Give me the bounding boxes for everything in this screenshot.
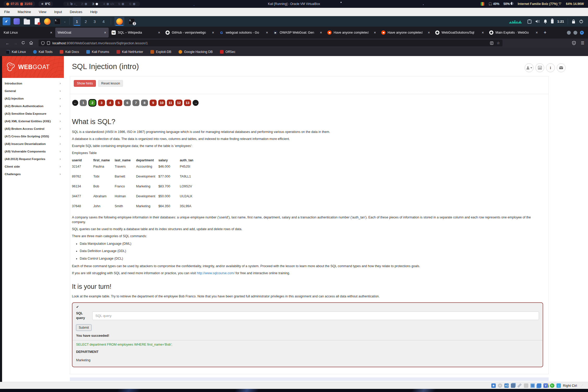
host-workspace[interactable]: 4:</>: [103, 2, 114, 5]
vbox-session-icon[interactable]: [537, 383, 541, 388]
tab-close-icon[interactable]: ✕: [104, 31, 106, 34]
sidebar-category[interactable]: (A8) Insecure Deserialization ›: [2, 140, 64, 148]
tab-close-icon[interactable]: ✕: [320, 31, 322, 34]
vbox-audio-icon[interactable]: ◄)): [504, 383, 509, 388]
bookmark-item[interactable]: Kali NetHunter: [117, 50, 143, 54]
host-workspace[interactable]: 3:: [92, 2, 99, 5]
terminal-launcher[interactable]: $_: [53, 17, 61, 25]
vbox-sharedfolder-icon[interactable]: [524, 383, 528, 388]
submit-button[interactable]: Submit: [76, 324, 91, 331]
bookmark-item[interactable]: Exploit-DB: [150, 50, 171, 54]
url-bar[interactable]: localhost:8080/WebGoat/start.mvc#lesson/…: [39, 40, 503, 46]
tab-close-icon[interactable]: ✕: [482, 31, 484, 34]
sidebar-category[interactable]: (A9) Vulnerable Components ›: [2, 148, 64, 155]
kali-workspace-button[interactable]: 1: [73, 17, 81, 26]
sidebar-category[interactable]: (A8:2013) Request Forgeries ›: [2, 155, 64, 163]
brightness-indicator[interactable]: 50%: [504, 2, 513, 6]
scoreboard-button[interactable]: [535, 63, 544, 72]
tab-close-icon[interactable]: ✕: [212, 31, 214, 34]
browser-tab[interactable]: Main Exploits · WebGo ✕: [487, 28, 540, 38]
sql-query-input[interactable]: [92, 311, 539, 320]
url-text[interactable]: localhost:8080/WebGoat/start.mvc#lesson/…: [52, 41, 148, 45]
host-workspace[interactable]: 5:: [118, 2, 125, 5]
cpu-graph-widget[interactable]: [509, 19, 524, 23]
page-number-button[interactable]: 7: [132, 100, 139, 106]
page-number-button[interactable]: 10: [158, 100, 165, 106]
host-workspace[interactable]: 2:: [81, 2, 88, 5]
sqlcourse-link[interactable]: http://www.sqlcourse.com/: [197, 271, 235, 275]
sidebar-category[interactable]: (A1) Injection ›: [2, 95, 64, 102]
page-number-button[interactable]: 4: [107, 100, 114, 106]
vbox-display-icon[interactable]: [530, 383, 535, 388]
battery-icon[interactable]: [551, 19, 554, 23]
tab-close-icon[interactable]: ✕: [158, 31, 160, 34]
battery-indicator[interactable]: 64% 14.96W: [566, 2, 584, 6]
bookmark-item[interactable]: Kali Forums: [86, 50, 109, 54]
page-info-icon[interactable]: [47, 41, 50, 45]
sidebar-category[interactable]: General ›: [2, 87, 64, 95]
reader-mode-icon[interactable]: [490, 41, 493, 45]
browser-tab[interactable]: WebGoatSolutions/Sql ✕: [433, 28, 486, 38]
resize-grip[interactable]: ⋰: [581, 384, 584, 387]
page-number-button[interactable]: 1: [80, 100, 87, 106]
bookmark-item[interactable]: Google Hacking DB: [179, 50, 213, 54]
kali-menu-button[interactable]: [3, 17, 10, 25]
pager-next-button[interactable]: →: [193, 100, 199, 106]
weather-widget[interactable]: ❄ 8°C: [39, 1, 53, 7]
account-shield-icon[interactable]: [572, 41, 576, 45]
clock-date-widget[interactable]: 07:21 31/03: [4, 1, 35, 7]
browser-tab[interactable]: WebGoat ✕: [55, 28, 109, 38]
bookmark-item[interactable]: OffSec: [220, 50, 235, 54]
page-number-button[interactable]: 2: [88, 99, 96, 107]
sidebar-category[interactable]: (A3) Sensitive Data Exposure ›: [2, 110, 64, 117]
sidebar-category[interactable]: Introduction ›: [2, 79, 64, 87]
host-workspace[interactable]: 1:>_: [67, 2, 77, 5]
vbox-menu-item[interactable]: Help: [90, 10, 97, 14]
browser-tab[interactable]: Have anyone completed ✕: [325, 28, 378, 38]
back-button[interactable]: ←: [4, 41, 11, 45]
vbox-menu-item[interactable]: Devices: [70, 10, 82, 14]
browser-tab[interactable]: OWASP WebGoat: Gen ✕: [271, 28, 324, 38]
kali-clock[interactable]: 1:21: [557, 20, 564, 23]
tracking-shield-icon[interactable]: [41, 41, 45, 45]
vbox-menu-item[interactable]: File: [4, 10, 10, 14]
kali-workspace-button[interactable]: 3: [91, 17, 99, 26]
notifications-bell-icon[interactable]: [543, 19, 547, 24]
page-number-button[interactable]: 3: [98, 100, 105, 106]
vbox-harddisk-icon[interactable]: [491, 383, 496, 388]
user-menu-button[interactable]: [525, 63, 534, 72]
browser-tab[interactable]: GitHub - vernjan/webgo ✕: [163, 28, 217, 38]
page-number-button[interactable]: 12: [175, 100, 182, 106]
page-number-button[interactable]: 13: [184, 100, 191, 106]
vbox-cdrom-icon[interactable]: [498, 383, 502, 388]
tab-close-icon[interactable]: ✕: [50, 31, 52, 34]
sidebar-category[interactable]: Challenges ›: [2, 170, 64, 178]
reload-button[interactable]: [19, 41, 27, 45]
launcher-dropdown-caret[interactable]: ⌄: [64, 20, 66, 23]
vbox-mouse-capture-icon[interactable]: ↓: [556, 383, 561, 388]
taskbar-terminal-window[interactable]: $_2: [127, 17, 137, 26]
page-number-button[interactable]: 5: [115, 100, 122, 106]
webgoat-logo-header[interactable]: WEBGOAT: [2, 56, 64, 78]
taskbar-firefox-window[interactable]: [114, 17, 124, 26]
new-tab-button[interactable]: +: [541, 30, 550, 35]
sidebar-category[interactable]: Client side ›: [2, 163, 64, 170]
browser-tab[interactable]: Kali Linux ✕: [1, 28, 55, 38]
vbox-menu-item[interactable]: View: [39, 10, 46, 14]
home-button[interactable]: [27, 41, 35, 45]
tab-close-icon[interactable]: ✕: [428, 31, 430, 34]
firefox-launcher[interactable]: [43, 17, 51, 25]
show-hints-button[interactable]: Show hints: [74, 80, 96, 87]
window-minimize-button[interactable]: [567, 31, 571, 35]
text-editor-launcher[interactable]: [33, 17, 41, 25]
audio-muted-icon[interactable]: [535, 19, 540, 23]
host-workspace-switcher[interactable]: 1:>_ 2: 3: 4:</> 5: 6:: [63, 2, 140, 6]
sidebar-category[interactable]: (A5) Broken Access Control ›: [2, 125, 64, 132]
kali-workspace-button[interactable]: 2: [82, 17, 90, 26]
vbox-recording-icon[interactable]: ↻: [550, 383, 554, 388]
info-button[interactable]: i: [546, 63, 555, 72]
file-manager-launcher[interactable]: [23, 17, 31, 25]
vbox-network-icon[interactable]: [511, 383, 515, 388]
browser-tab[interactable]: Have anyone completed ✕: [379, 28, 432, 38]
vbox-features-icon[interactable]: V: [543, 383, 548, 388]
